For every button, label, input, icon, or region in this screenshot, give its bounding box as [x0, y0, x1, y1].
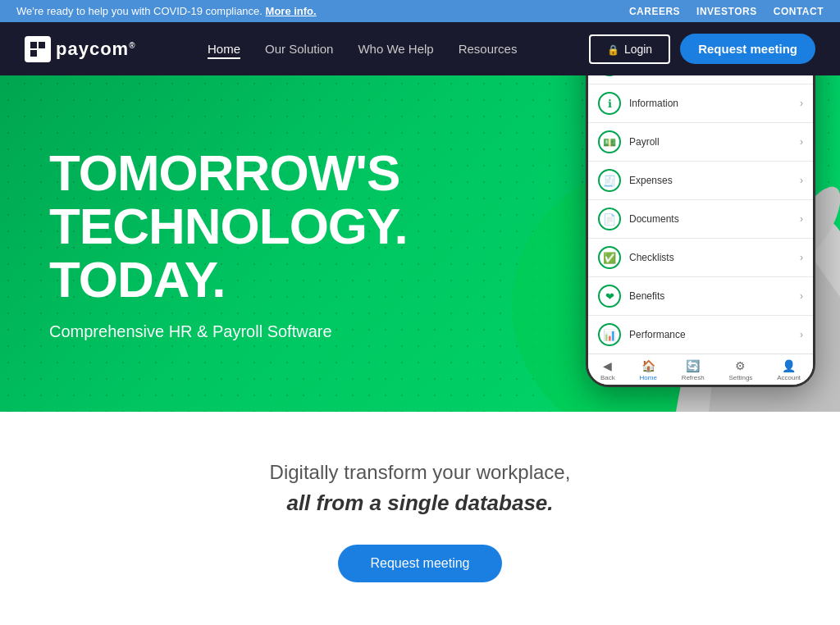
hero-section: TOMORROW'S TECHNOLOGY. TODAY. Comprehens… [0, 75, 840, 412]
svg-rect-2 [30, 50, 37, 57]
top-banner-right-links: CAREERS INVESTORS CONTACT [629, 6, 824, 17]
phone-bottom-navigation: ◀ Back 🏠 Home 🔄 Refresh ⚙ Settings 👤 [588, 354, 813, 385]
nav-item-resources[interactable]: Resources [459, 42, 518, 57]
top-banner: We're ready to help you with COVID-19 co… [0, 0, 840, 22]
request-meeting-button-main[interactable]: Request meeting [338, 545, 503, 582]
investors-link[interactable]: INVESTORS [696, 6, 757, 17]
info-icon: ℹ [598, 92, 621, 115]
phone-menu-item-timeoff: 📅 Time-Off Requests › [588, 75, 813, 84]
nav-item-who-we-help[interactable]: Who We Help [358, 42, 433, 57]
phone-menu-item-checklists: ✅ Checklists › [588, 239, 813, 277]
login-button[interactable]: Login [589, 34, 670, 64]
banner-message: We're ready to help you with COVID-19 co… [16, 5, 317, 17]
contact-link[interactable]: CONTACT [774, 6, 824, 17]
more-info-link[interactable]: More info. [266, 5, 317, 17]
timeoff-icon: 📅 [598, 75, 621, 76]
phone-menu-item-documents: 📄 Documents › [588, 200, 813, 239]
svg-rect-1 [39, 42, 45, 48]
hero-title: TOMORROW'S TECHNOLOGY. TODAY. [49, 146, 500, 306]
payroll-icon: 💵 [598, 130, 621, 153]
hero-subtitle: Comprehensive HR & Payroll Software [49, 322, 500, 341]
below-hero-section: Digitally transform your workplace, all … [0, 412, 840, 623]
documents-icon: 📄 [598, 208, 621, 230]
phone-nav-refresh: 🔄 Refresh [682, 359, 705, 381]
below-hero-text1: Digitally transform your workplace, [16, 461, 824, 484]
main-navigation: paycom® Home Our Solution Who We Help Re… [0, 22, 840, 75]
phone-nav-settings: ⚙ Settings [728, 359, 752, 381]
nav-item-our-solution[interactable]: Our Solution [265, 42, 333, 57]
careers-link[interactable]: CAREERS [629, 6, 680, 17]
phone-menu-item-benefits: ❤ Benefits › [588, 277, 813, 316]
svg-rect-0 [30, 42, 37, 48]
logo-area[interactable]: paycom® [25, 36, 136, 62]
request-meeting-button-nav[interactable]: Request meeting [680, 34, 815, 64]
hero-content: TOMORROW'S TECHNOLOGY. TODAY. Comprehens… [49, 146, 500, 341]
phone-mockup: 12:20 📶 🔋 ☰ P paycom 🔔 ⏰ Time Management… [586, 75, 815, 387]
phone-menu-item-payroll: 💵 Payroll › [588, 123, 813, 162]
logo-text: paycom® [56, 39, 136, 60]
lock-icon [607, 43, 619, 56]
phone-menu-item-expenses: 🧾 Expenses › [588, 162, 813, 200]
logo-icon [25, 36, 51, 62]
phone-menu-item-performance: 📊 Performance › [588, 316, 813, 354]
phone-nav-home: 🏠 Home [639, 359, 656, 381]
phone-nav-back: ◀ Back [600, 359, 615, 381]
phone-menu-item-information: ℹ Information › [588, 84, 813, 123]
phone-menu-list: ⏰ Time Management › 📅 Time-Off Requests … [588, 75, 813, 354]
expenses-icon: 🧾 [598, 169, 621, 192]
benefits-icon: ❤ [598, 285, 621, 308]
phone-nav-account: 👤 Account [777, 359, 801, 381]
nav-right-actions: Login Request meeting [589, 34, 815, 64]
nav-item-home[interactable]: Home [208, 42, 240, 57]
hero-phone-area: 12:20 📶 🔋 ☰ P paycom 🔔 ⏰ Time Management… [495, 75, 840, 412]
performance-icon: 📊 [598, 323, 621, 346]
nav-links: Home Our Solution Who We Help Resources [208, 42, 517, 57]
checklists-icon: ✅ [598, 246, 621, 269]
below-hero-text2: all from a single database. [16, 490, 824, 516]
